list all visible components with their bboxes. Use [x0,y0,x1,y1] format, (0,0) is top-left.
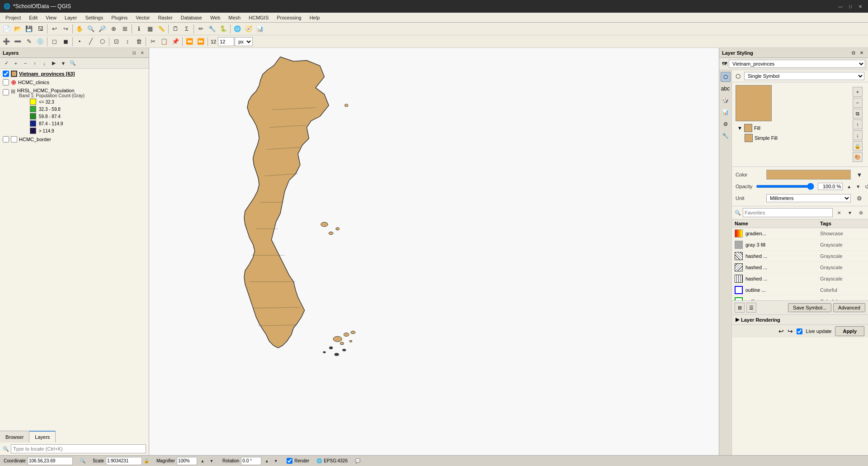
list-view-btn[interactable]: ☰ [746,303,756,313]
tb-plugins[interactable]: 🔧 [207,24,217,34]
tb-globe[interactable]: 🌐 [232,24,243,34]
sym-btn-add[interactable]: + [853,87,863,97]
magnifier-down[interactable]: ▼ [208,457,215,465]
fill-tree-simple[interactable]: Simple Fill [736,133,779,143]
style-tab-rendering[interactable]: 🔧 [721,131,731,141]
menu-raster[interactable]: Raster [154,14,176,21]
opacity-slider[interactable] [756,185,814,188]
opacity-input[interactable] [818,183,843,190]
tb-draw-polygon[interactable]: ⬡ [97,36,108,47]
layers-check-toggle[interactable]: ✓ [2,59,11,68]
style-tab-label[interactable]: abc [721,84,731,94]
opacity-reset[interactable]: ↺ [864,181,868,191]
tb-save[interactable]: 💾 [24,24,34,34]
rotation-input[interactable] [241,457,261,465]
menu-vector[interactable]: Vector [132,14,153,21]
sym-btn-down[interactable]: ↓ [853,130,863,140]
tb-digitize[interactable]: ✏ [195,24,206,34]
style-tab-3d[interactable]: 🎲 [721,95,731,105]
favorites-search-input[interactable] [743,208,833,217]
font-unit-select[interactable]: px [235,37,253,46]
styling-panel-close[interactable]: ✕ [858,49,865,57]
menu-settings[interactable]: Settings [81,14,107,21]
favorites-clear[interactable]: ✕ [835,208,844,217]
sym-btn-remove[interactable]: − [853,98,863,108]
sym-btn-lock[interactable]: 🔒 [853,141,863,151]
tb-statistics[interactable]: Σ [181,24,192,34]
minimize-button[interactable]: — [836,2,844,10]
redo-style-btn[interactable]: ↪ [788,328,793,335]
color-arrow-btn[interactable]: ▼ [854,170,864,180]
font-size-input[interactable] [218,37,234,46]
layers-panel-restore[interactable]: ⊡ [131,49,138,57]
opacity-up[interactable]: ▲ [846,182,852,190]
tb-remove-layer[interactable]: ➖ [12,36,23,47]
magnifier-input[interactable] [177,457,197,465]
menu-database[interactable]: Database [177,14,206,21]
unit-settings[interactable]: ⚙ [854,193,864,203]
menu-plugins[interactable]: Plugins [108,14,131,21]
tb-zoom-layer[interactable]: ⊞ [119,24,130,34]
tab-layers[interactable]: Layers [29,431,56,442]
sym-item-hashed1[interactable]: hashed ... Grayscale [732,251,868,262]
grid-view-btn[interactable]: ⊞ [735,303,745,313]
tb-delete-feature[interactable]: 🗑 [133,36,144,47]
symbol-type-select[interactable]: Single Symbol [744,72,864,80]
layers-move-down[interactable]: ↓ [40,59,49,68]
tb-undo[interactable]: ↩ [49,24,60,34]
undo-style-btn[interactable]: ↩ [778,328,784,335]
menu-edit[interactable]: Edit [25,14,41,21]
menu-project[interactable]: Project [2,14,24,21]
layers-expand[interactable]: ▶ [49,59,58,68]
menu-view[interactable]: View [42,14,60,21]
layer-vietnam-provinces[interactable]: Vietnam_provinces [63] [1,70,148,78]
tb-draw-point[interactable]: • [74,36,85,47]
menu-mesh[interactable]: Mesh [225,14,244,21]
tb-zoom-in[interactable]: 🔍 [85,24,96,34]
style-tab-diagram[interactable]: 📊 [721,107,731,117]
tb-measure[interactable]: 📏 [156,24,167,34]
fill-tree-fill[interactable]: ▼ Fill [736,123,779,133]
maximize-button[interactable]: □ [846,2,854,10]
magnifier-up[interactable]: ▲ [199,457,206,465]
live-update-checkbox[interactable] [797,328,802,334]
tb-zoom-out[interactable]: 🔎 [97,24,108,34]
layers-collapse[interactable]: ▼ [59,59,68,68]
menu-hcmgis[interactable]: HCMGIS [245,14,272,21]
sym-btn-color[interactable]: 🎨 [853,152,863,162]
tb-python[interactable]: 🐍 [218,24,229,34]
tb-node-tool[interactable]: ⊡ [111,36,122,47]
menu-processing[interactable]: Processing [273,14,305,21]
tb-redo[interactable]: ↪ [60,24,71,34]
tb-select-all[interactable]: ◻ [49,36,60,47]
tb-paste[interactable]: 📌 [170,36,181,47]
sym-item-outline-green[interactable]: outline ... Colorful [732,296,868,300]
menu-layer[interactable]: Layer [61,14,81,21]
tb-open[interactable]: 📂 [12,24,23,34]
unit-select[interactable]: Millimeters [766,194,851,202]
tb-add-layer[interactable]: ➕ [1,36,12,47]
rotation-down[interactable]: ▼ [272,457,279,465]
tb-compass[interactable]: 🧭 [243,24,254,34]
layer-hrsl-population[interactable]: ⊞ HRSL_HCMC_Population Band 1: Populatio… [1,87,148,135]
sym-item-outline-blue[interactable]: outline ... Colorful [732,285,868,296]
sym-item-hashed3[interactable]: hashed ... Grayscale [732,273,868,285]
save-symbol-button[interactable]: Save Symbol... [788,303,831,312]
tb-zoom-full[interactable]: ⊕ [108,24,119,34]
tb-cut[interactable]: ✂ [147,36,158,47]
tb-save-edits[interactable]: 💿 [35,36,46,47]
opacity-down[interactable]: ▼ [855,182,861,190]
menu-help[interactable]: Help [306,14,324,21]
layers-move-up[interactable]: ↑ [30,59,39,68]
map-area[interactable] [149,48,719,455]
layer-hrsl-check[interactable] [3,89,9,95]
scale-input[interactable] [106,457,142,465]
layers-remove[interactable]: − [21,59,30,68]
tb-toggle-edit[interactable]: ✎ [24,36,34,47]
tb-chart[interactable]: 📊 [255,24,265,34]
locate-input[interactable] [11,444,146,453]
favorites-menu[interactable]: ▼ [845,208,854,217]
layers-add[interactable]: + [11,59,20,68]
symbol-list[interactable]: gradien... Showcase gray 3 fill Grayscal… [732,228,868,300]
layer-hcmc-border[interactable]: HCMC_border [1,135,148,143]
